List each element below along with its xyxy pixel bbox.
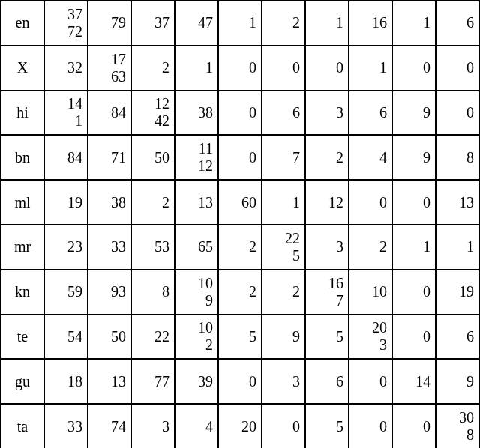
cell: 102 [175, 315, 218, 360]
cell: 50 [131, 135, 175, 180]
table-row: X 32 1763 2 1 0 0 0 1 0 0 [1, 46, 479, 91]
cell: 225 [262, 225, 305, 270]
cell: 9 [436, 359, 479, 404]
cell: 74 [88, 404, 131, 448]
cell: 23 [44, 225, 88, 270]
cell: 6 [436, 1, 479, 46]
cell: 13 [88, 359, 131, 404]
cell: 60 [218, 180, 262, 225]
cell: 2 [349, 225, 392, 270]
cell: 32 [44, 46, 88, 91]
cell: 39 [175, 359, 218, 404]
cell: 3 [131, 404, 175, 448]
cell: 0 [392, 315, 436, 360]
cell: 77 [131, 359, 175, 404]
cell: 4 [349, 135, 392, 180]
cell: 2 [262, 270, 305, 315]
cell: 1 [349, 46, 392, 91]
cell: 3 [305, 91, 349, 136]
cell: 2 [131, 46, 175, 91]
row-header: hi [1, 91, 44, 136]
cell: 10 [349, 270, 392, 315]
row-header: kn [1, 270, 44, 315]
row-header: mr [1, 225, 44, 270]
cell: 0 [349, 359, 392, 404]
cell: 2 [305, 135, 349, 180]
table-row: gu 18 13 77 39 0 3 6 0 14 9 [1, 359, 479, 404]
cell: 0 [436, 91, 479, 136]
cell: 109 [175, 270, 218, 315]
cell: 18 [44, 359, 88, 404]
cell: 53 [131, 225, 175, 270]
cell: 1 [392, 225, 436, 270]
cell: 0 [436, 46, 479, 91]
cell: 79 [88, 1, 131, 46]
table-row: mr 23 33 53 65 2 225 3 2 1 1 [1, 225, 479, 270]
cell: 9 [262, 315, 305, 360]
cell: 14 [392, 359, 436, 404]
cell: 1242 [131, 91, 175, 136]
row-header: gu [1, 359, 44, 404]
row-header: te [1, 315, 44, 360]
cell: 0 [262, 404, 305, 448]
cell: 2 [218, 225, 262, 270]
table-row: kn 59 93 8 109 2 2 167 10 0 19 [1, 270, 479, 315]
cell: 3772 [44, 1, 88, 46]
cell: 4 [175, 404, 218, 448]
cell: 8 [131, 270, 175, 315]
cell: 2 [262, 1, 305, 46]
cell: 0 [392, 180, 436, 225]
cell: 16 [349, 1, 392, 46]
cell: 1 [218, 1, 262, 46]
cell: 0 [349, 404, 392, 448]
data-table: en 3772 79 37 47 1 2 1 16 1 6 X 32 1763 … [0, 0, 480, 448]
cell: 6 [436, 315, 479, 360]
cell: 1 [175, 46, 218, 91]
cell: 71 [88, 135, 131, 180]
cell: 7 [262, 135, 305, 180]
cell: 84 [88, 91, 131, 136]
cell: 22 [131, 315, 175, 360]
cell: 19 [44, 180, 88, 225]
cell: 0 [218, 135, 262, 180]
row-header: X [1, 46, 44, 91]
row-header: en [1, 1, 44, 46]
cell: 1 [305, 1, 349, 46]
cell: 59 [44, 270, 88, 315]
cell: 65 [175, 225, 218, 270]
cell: 1 [262, 180, 305, 225]
cell: 2 [218, 270, 262, 315]
cell: 37 [131, 1, 175, 46]
cell: 0 [262, 46, 305, 91]
table-row: te 54 50 22 102 5 9 5 203 0 6 [1, 315, 479, 360]
cell: 1112 [175, 135, 218, 180]
cell: 203 [349, 315, 392, 360]
cell: 167 [305, 270, 349, 315]
table-row: ml 19 38 2 13 60 1 12 0 0 13 [1, 180, 479, 225]
cell: 0 [218, 91, 262, 136]
cell: 6 [305, 359, 349, 404]
table-row: en 3772 79 37 47 1 2 1 16 1 6 [1, 1, 479, 46]
cell: 308 [436, 404, 479, 448]
cell: 0 [349, 180, 392, 225]
cell: 38 [88, 180, 131, 225]
cell: 0 [218, 46, 262, 91]
cell: 19 [436, 270, 479, 315]
cell: 3 [305, 225, 349, 270]
cell: 33 [44, 404, 88, 448]
cell: 13 [175, 180, 218, 225]
cell: 84 [44, 135, 88, 180]
cell: 20 [218, 404, 262, 448]
cell: 8 [436, 135, 479, 180]
table-row: hi 141 84 1242 38 0 6 3 6 9 0 [1, 91, 479, 136]
row-header: ta [1, 404, 44, 448]
cell: 6 [349, 91, 392, 136]
cell: 9 [392, 91, 436, 136]
cell: 38 [175, 91, 218, 136]
cell: 50 [88, 315, 131, 360]
cell: 47 [175, 1, 218, 46]
cell: 1 [436, 225, 479, 270]
row-header: bn [1, 135, 44, 180]
cell: 93 [88, 270, 131, 315]
cell: 5 [305, 315, 349, 360]
